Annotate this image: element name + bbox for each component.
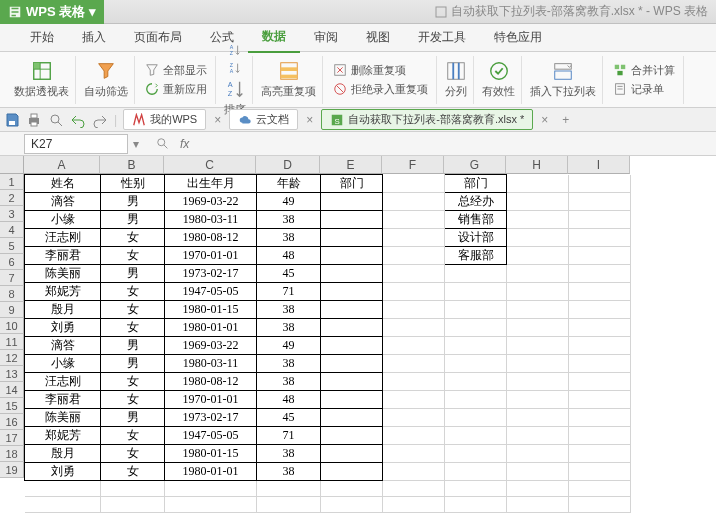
cell[interactable] [569, 409, 631, 427]
cell[interactable] [321, 211, 383, 229]
cell[interactable]: 李丽君 [25, 391, 101, 409]
row-head-10[interactable]: 10 [0, 318, 24, 334]
col-head-A[interactable]: A [24, 156, 100, 174]
row-head-6[interactable]: 6 [0, 254, 24, 270]
cell[interactable] [321, 445, 383, 463]
select-all-corner[interactable] [0, 156, 24, 174]
split-button[interactable]: 分列 [445, 60, 467, 99]
cell[interactable] [569, 229, 631, 247]
print-icon[interactable] [26, 112, 42, 128]
reapply-button[interactable]: 重新应用 [143, 81, 209, 98]
cell[interactable]: 男 [101, 355, 165, 373]
cell[interactable]: 1980-01-15 [165, 445, 257, 463]
name-box[interactable]: K27 [24, 134, 128, 154]
cell[interactable]: 殷月 [25, 301, 101, 319]
cell[interactable]: 客服部 [445, 247, 507, 265]
cell[interactable]: 1973-02-17 [165, 409, 257, 427]
cell[interactable] [569, 319, 631, 337]
cell[interactable] [569, 445, 631, 463]
consolidate-button[interactable]: 合并计算 [611, 62, 677, 79]
cell[interactable] [569, 497, 631, 513]
cell[interactable] [257, 481, 321, 497]
undo-icon[interactable] [70, 112, 86, 128]
cell[interactable]: 陈美丽 [25, 265, 101, 283]
reject-dup-button[interactable]: 拒绝录入重复项 [331, 81, 430, 98]
cell[interactable] [383, 427, 445, 445]
cell[interactable]: 女 [101, 283, 165, 301]
cell[interactable]: 71 [257, 427, 321, 445]
wps-home-tab[interactable]: 我的WPS [123, 109, 206, 130]
cell[interactable]: 李丽君 [25, 247, 101, 265]
cell[interactable] [445, 409, 507, 427]
cell[interactable] [445, 481, 507, 497]
cell[interactable]: 小缘 [25, 211, 101, 229]
cell[interactable] [321, 463, 383, 481]
menu-数据[interactable]: 数据 [248, 22, 300, 53]
cell[interactable] [321, 319, 383, 337]
sort-asc-button[interactable]: AZ [226, 42, 244, 58]
cell[interactable] [569, 391, 631, 409]
menu-页面布局[interactable]: 页面布局 [120, 23, 196, 52]
cell[interactable]: 出生年月 [165, 175, 257, 193]
cell[interactable] [445, 391, 507, 409]
cell[interactable] [383, 463, 445, 481]
cell[interactable] [383, 445, 445, 463]
cell[interactable]: 滴答 [25, 337, 101, 355]
cell[interactable]: 汪志刚 [25, 229, 101, 247]
cell[interactable]: 1980-08-12 [165, 373, 257, 391]
menu-开发工具[interactable]: 开发工具 [404, 23, 480, 52]
cell[interactable]: 女 [101, 301, 165, 319]
cell[interactable]: 38 [257, 211, 321, 229]
cell[interactable] [569, 283, 631, 301]
menu-插入[interactable]: 插入 [68, 23, 120, 52]
cell[interactable] [569, 337, 631, 355]
col-head-B[interactable]: B [100, 156, 164, 174]
cell[interactable]: 1980-03-11 [165, 211, 257, 229]
cell[interactable]: 男 [101, 211, 165, 229]
cell[interactable] [257, 497, 321, 513]
highlight-dup-button[interactable]: 高亮重复项 [261, 60, 316, 99]
cell[interactable]: 男 [101, 337, 165, 355]
fx-label[interactable]: fx [180, 137, 189, 151]
validity-button[interactable]: 有效性 [482, 60, 515, 99]
insert-dropdown-button[interactable]: 插入下拉列表 [530, 60, 596, 99]
cell[interactable] [25, 497, 101, 513]
cell[interactable] [321, 283, 383, 301]
cell[interactable]: 部门 [321, 175, 383, 193]
cell[interactable] [383, 301, 445, 319]
cell[interactable] [321, 301, 383, 319]
cell[interactable] [321, 497, 383, 513]
cell[interactable] [569, 211, 631, 229]
cell[interactable]: 部门 [445, 175, 507, 193]
cell[interactable] [507, 301, 569, 319]
cell[interactable]: 38 [257, 373, 321, 391]
cell[interactable] [165, 497, 257, 513]
row-head-11[interactable]: 11 [0, 334, 24, 350]
active-doc-tab[interactable]: S自动获取下拉列表-部落窝教育.xlsx * [321, 109, 533, 130]
cell[interactable]: 女 [101, 445, 165, 463]
cell[interactable]: 小缘 [25, 355, 101, 373]
cell[interactable]: 1970-01-01 [165, 247, 257, 265]
cell[interactable]: 38 [257, 355, 321, 373]
cell[interactable]: 女 [101, 373, 165, 391]
pivot-table-button[interactable]: 数据透视表 [14, 60, 69, 99]
cell[interactable] [507, 319, 569, 337]
cell[interactable] [321, 247, 383, 265]
menu-开始[interactable]: 开始 [16, 23, 68, 52]
cell[interactable]: 刘勇 [25, 319, 101, 337]
cell[interactable]: 38 [257, 229, 321, 247]
autofilter-button[interactable]: 自动筛选 [84, 60, 128, 99]
row-head-8[interactable]: 8 [0, 286, 24, 302]
cell[interactable]: 女 [101, 463, 165, 481]
col-head-F[interactable]: F [382, 156, 444, 174]
cell[interactable]: 郑妮芳 [25, 427, 101, 445]
cell[interactable] [383, 355, 445, 373]
cell[interactable]: 姓名 [25, 175, 101, 193]
cell[interactable]: 1980-03-11 [165, 355, 257, 373]
cell[interactable]: 1947-05-05 [165, 427, 257, 445]
cell[interactable]: 38 [257, 301, 321, 319]
menu-特色应用[interactable]: 特色应用 [480, 23, 556, 52]
cell[interactable]: 1947-05-05 [165, 283, 257, 301]
cell[interactable]: 年龄 [257, 175, 321, 193]
cell[interactable]: 49 [257, 193, 321, 211]
